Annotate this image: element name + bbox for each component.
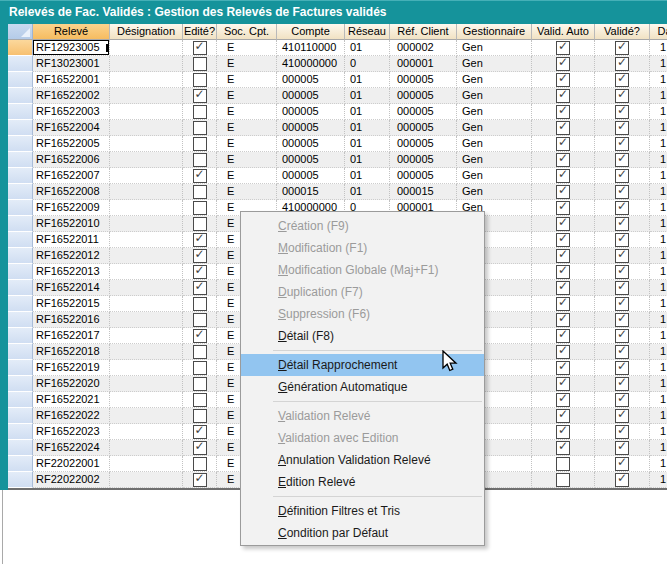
cell-da[interactable]: 1 (650, 200, 667, 216)
cell-reseau[interactable]: 01 (345, 184, 390, 200)
cell-ref_client[interactable]: 000005 (390, 88, 457, 104)
row-selector[interactable] (8, 424, 33, 440)
cell-valide[interactable] (595, 232, 650, 248)
cell-designation[interactable] (110, 216, 183, 232)
cell-designation[interactable] (110, 104, 183, 120)
cell-valide[interactable] (595, 424, 650, 440)
cell-edite[interactable] (183, 264, 217, 280)
cell-compte[interactable]: 000005 (277, 88, 345, 104)
cell-releve[interactable]: RF22022001 (33, 456, 110, 472)
cell-ref_client[interactable]: 000005 (390, 104, 457, 120)
cell-edite[interactable] (183, 152, 217, 168)
edite-checkbox[interactable] (193, 329, 207, 343)
cell-soc_cpt[interactable]: E (217, 152, 277, 168)
valide-checkbox[interactable] (615, 409, 629, 423)
edite-checkbox[interactable] (193, 441, 207, 455)
row-selector[interactable] (8, 216, 33, 232)
cell-designation[interactable] (110, 360, 183, 376)
edite-checkbox[interactable] (193, 105, 207, 119)
cell-soc_cpt[interactable]: E (217, 40, 277, 56)
cell-designation[interactable] (110, 200, 183, 216)
edite-checkbox[interactable] (193, 281, 207, 295)
edite-checkbox[interactable] (193, 201, 207, 215)
cell-releve[interactable]: RF16522003 (33, 104, 110, 120)
row-selector[interactable] (8, 376, 33, 392)
cell-releve[interactable]: RF16522008 (33, 184, 110, 200)
edite-checkbox[interactable] (193, 265, 207, 279)
cell-valide[interactable] (595, 392, 650, 408)
valid_auto-checkbox[interactable] (556, 313, 570, 327)
cell-edite[interactable] (183, 88, 217, 104)
valide-checkbox[interactable] (615, 217, 629, 231)
cell-valide[interactable] (595, 200, 650, 216)
cell-valide[interactable] (595, 152, 650, 168)
valid_auto-checkbox[interactable] (556, 345, 570, 359)
valide-checkbox[interactable] (615, 137, 629, 151)
cell-da[interactable]: 1 (650, 408, 667, 424)
cell-designation[interactable] (110, 328, 183, 344)
cell-edite[interactable] (183, 184, 217, 200)
cell-valide[interactable] (595, 408, 650, 424)
row-selector[interactable] (8, 72, 33, 88)
row-selector[interactable] (8, 440, 33, 456)
edite-checkbox[interactable] (193, 345, 207, 359)
valid_auto-checkbox[interactable] (556, 57, 570, 71)
cell-edite[interactable] (183, 232, 217, 248)
cell-compte[interactable]: 000005 (277, 72, 345, 88)
cell-valid_auto[interactable] (532, 168, 595, 184)
cell-da[interactable]: 1 (650, 248, 667, 264)
cell-gestionnaire[interactable]: Gen (457, 136, 532, 152)
cell-valid_auto[interactable] (532, 280, 595, 296)
cell-da[interactable]: 1 (650, 440, 667, 456)
cell-valid_auto[interactable] (532, 472, 595, 488)
menu-item-condition-par-defaut[interactable]: Condition par Défaut (241, 522, 484, 544)
cell-releve[interactable]: RF16522011 (33, 232, 110, 248)
cell-designation[interactable] (110, 296, 183, 312)
column-header-designation[interactable]: Désignation (110, 24, 183, 40)
cell-compte[interactable]: 000005 (277, 120, 345, 136)
cell-valid_auto[interactable] (532, 376, 595, 392)
cell-releve[interactable]: RF16522005 (33, 136, 110, 152)
cell-gestionnaire[interactable]: Gen (457, 184, 532, 200)
column-header-soc_cpt[interactable]: Soc. Cpt. (217, 24, 277, 40)
valid_auto-checkbox[interactable] (556, 265, 570, 279)
cell-gestionnaire[interactable]: Gen (457, 88, 532, 104)
row-selector[interactable] (8, 280, 33, 296)
cell-reseau[interactable]: 01 (345, 152, 390, 168)
valide-checkbox[interactable] (615, 185, 629, 199)
edite-checkbox[interactable] (193, 217, 207, 231)
column-header-reseau[interactable]: Réseau (345, 24, 390, 40)
cell-valid_auto[interactable] (532, 104, 595, 120)
row-selector[interactable] (8, 88, 33, 104)
cell-designation[interactable] (110, 376, 183, 392)
cell-da[interactable]: 1 (650, 296, 667, 312)
valide-checkbox[interactable] (615, 457, 629, 471)
valid_auto-checkbox[interactable] (556, 393, 570, 407)
cell-compte[interactable]: 000005 (277, 152, 345, 168)
valide-checkbox[interactable] (615, 377, 629, 391)
cell-edite[interactable] (183, 392, 217, 408)
edite-checkbox[interactable] (193, 57, 207, 71)
cell-valid_auto[interactable] (532, 200, 595, 216)
edite-checkbox[interactable] (193, 425, 207, 439)
cell-designation[interactable] (110, 408, 183, 424)
cell-valide[interactable] (595, 376, 650, 392)
cell-da[interactable]: 1 (650, 312, 667, 328)
valid_auto-checkbox[interactable] (556, 233, 570, 247)
cell-designation[interactable] (110, 312, 183, 328)
cell-valide[interactable] (595, 184, 650, 200)
cell-edite[interactable] (183, 168, 217, 184)
valide-checkbox[interactable] (615, 473, 629, 487)
valid_auto-checkbox[interactable] (556, 409, 570, 423)
edite-checkbox[interactable] (193, 297, 207, 311)
cell-ref_client[interactable]: 000005 (390, 168, 457, 184)
valide-checkbox[interactable] (615, 441, 629, 455)
cell-releve[interactable]: RF16522019 (33, 360, 110, 376)
cell-da[interactable]: 1 (650, 472, 667, 488)
cell-valide[interactable] (595, 216, 650, 232)
row-selector[interactable] (8, 296, 33, 312)
cell-releve[interactable]: RF16522012 (33, 248, 110, 264)
row-selector[interactable] (8, 392, 33, 408)
cell-valid_auto[interactable] (532, 72, 595, 88)
edite-checkbox[interactable] (193, 41, 207, 55)
